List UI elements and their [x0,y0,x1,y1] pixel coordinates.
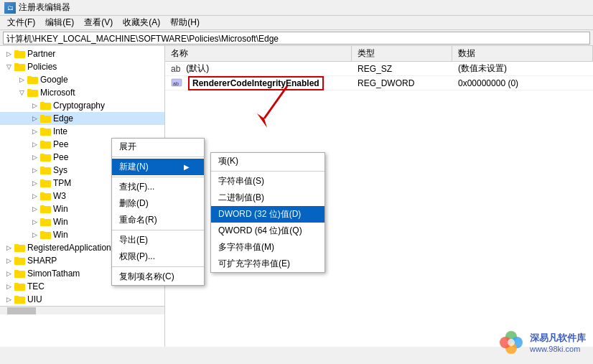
tree-item-microsoft[interactable]: ▽ Microsoft [0,86,164,99]
reg-name-renderer: ab RendererCodeIntegrityEnabled [165,76,352,90]
tree-label-policies: Policies [27,62,57,72]
menu-file[interactable]: 文件(F) [3,16,39,29]
tree-label-simontatham: SimonTatham [27,269,80,279]
tree-label-uiu: UIU [27,294,42,304]
svg-rect-27 [40,218,45,220]
folder-icon-uiu [14,294,26,304]
title-text: 注册表编辑器 [19,1,70,14]
sub-ctx-expandstring[interactable]: 可扩充字符串值(E) [211,256,324,272]
menu-view[interactable]: 查看(V) [80,16,117,29]
svg-rect-23 [40,192,45,195]
svg-point-48 [508,339,515,346]
ctx-export[interactable]: 导出(E) [112,232,204,248]
tree-item-uiu[interactable]: ▷ UIU [0,293,164,306]
expand-icon-win2: ▷ [29,218,40,225]
tree-label-sys: Sys [53,165,67,175]
ctx-permissions[interactable]: 权限(P)... [112,248,204,265]
reg-row-renderer[interactable]: ab RendererCodeIntegrityEnabled REG_DWOR… [165,76,593,90]
expand-icon-win3: ▷ [29,231,40,238]
svg-rect-7 [27,89,32,91]
sub-ctx-qword[interactable]: QWORD (64 位)值(Q) [211,223,324,239]
folder-icon-sharp [14,256,26,266]
tree-item-edge[interactable]: ▷ Edge [0,112,164,125]
sub-ctx-binary[interactable]: 二进制值(B) [211,190,324,206]
tree-item-google[interactable]: ▷ Google [0,73,164,86]
folder-icon-cryptography [40,101,52,111]
sub-context-menu: 项(K) 字符串值(S) 二进制值(B) DWORD (32 位)值(D) QW… [210,152,325,273]
ctx-rename[interactable]: 重命名(R) [112,212,204,228]
svg-rect-35 [14,270,19,272]
reg-name-default: ab (默认) [165,62,352,75]
sub-ctx-string[interactable]: 字符串值(S) [211,173,324,190]
expand-icon-google: ▷ [16,76,27,83]
tree-label-w3: W3 [53,191,66,201]
expand-icon-tec: ▷ [3,283,14,290]
svg-rect-3 [14,63,19,65]
tree-label-cryptography: Cryptography [53,101,105,111]
logo-icon [497,328,526,357]
folder-icon-inte [40,126,52,136]
tree-scrollbar[interactable] [0,306,164,314]
svg-rect-39 [14,296,19,298]
tree-label-tec: TEC [27,281,45,291]
svg-rect-29 [40,231,45,233]
expand-icon-edge: ▷ [29,115,40,122]
expand-icon-pee1: ▷ [29,141,40,148]
tree-label-pee2: Pee [53,152,68,162]
expand-icon-win1: ▷ [29,205,40,213]
expand-icon-sharp: ▷ [3,257,14,264]
tree-item-partner[interactable]: ▷ Partner [0,47,164,60]
menu-favorites[interactable]: 收藏夹(A) [118,16,164,29]
ctx-separator-3 [112,230,204,230]
expand-icon-tpm: ▷ [29,179,40,187]
ctx-delete[interactable]: 删除(D) [112,195,204,212]
sub-ctx-multistring[interactable]: 多字符串值(M) [211,239,324,256]
expand-icon-regapps: ▷ [3,244,14,251]
ctx-find[interactable]: 查找(F)... [112,179,204,195]
expand-icon-simontatham: ▷ [3,270,14,277]
title-bar: 🗂 注册表编辑器 [0,0,593,16]
tree-item-policies[interactable]: ▽ Policies [0,60,164,73]
ctx-new[interactable]: 新建(N) ▶ [112,159,204,175]
expand-icon-cryptography: ▷ [29,102,40,109]
tree-label-win3: Win [53,230,68,240]
reg-type-renderer: REG_DWORD [352,78,452,88]
svg-rect-13 [40,128,45,130]
watermark: 深易凡软件库 www.98ki.com [497,328,586,357]
ctx-separator-4 [112,266,204,267]
svg-rect-25 [40,205,45,207]
folder-icon-win3 [40,230,52,240]
svg-rect-17 [40,154,45,156]
expand-icon-inte: ▷ [29,128,40,135]
tree-label-tpm: TPM [53,178,71,188]
tree-item-inte[interactable]: ▷ Inte [0,125,164,138]
svg-rect-33 [14,257,19,259]
tree-item-cryptography[interactable]: ▷ Cryptography [0,99,164,112]
col-header-name: 名称 [165,46,352,61]
tree-label-win1: Win [53,204,68,214]
folder-icon-win2 [40,217,52,227]
reg-name-highlight: RendererCodeIntegrityEnabled [188,76,324,90]
sub-ctx-key[interactable]: 项(K) [211,153,324,169]
sub-ctx-dword[interactable]: DWORD (32 位)值(D) [211,206,324,223]
ctx-separator-1 [112,157,204,157]
ctx-copy[interactable]: 复制项名称(C) [112,269,204,285]
menu-help[interactable]: 帮助(H) [166,16,204,29]
folder-icon-win1 [40,204,52,214]
tree-label-microsoft: Microsoft [40,88,75,98]
expand-icon-uiu: ▷ [3,296,14,303]
sub-separator-1 [211,171,324,172]
svg-rect-37 [14,283,19,285]
tree-label-regapps: RegisteredApplication [27,243,111,253]
folder-icon-pee2 [40,152,52,162]
reg-icon-dword: ab [171,78,182,89]
reg-row-default[interactable]: ab (默认) REG_SZ (数值未设置) [165,62,593,76]
expand-icon-microsoft: ▽ [16,89,27,96]
folder-icon-google [27,75,39,85]
reg-type-default: REG_SZ [352,64,452,74]
menu-edit[interactable]: 编辑(E) [41,16,78,29]
svg-rect-21 [40,179,45,182]
ctx-expand[interactable]: 展开 [112,139,204,155]
folder-icon-pee1 [40,139,52,149]
svg-rect-5 [27,76,32,78]
